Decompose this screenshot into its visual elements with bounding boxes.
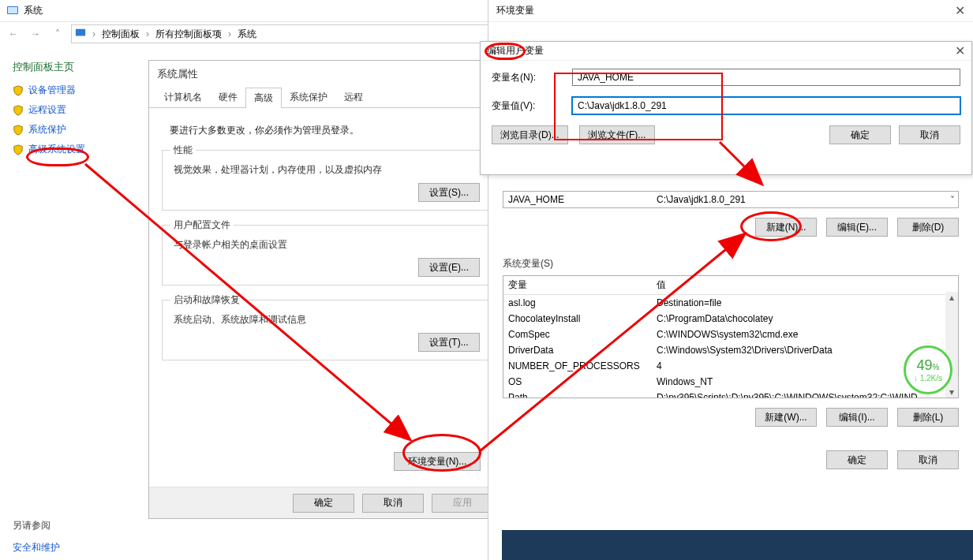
env-ok-button[interactable]: 确定 (826, 450, 888, 469)
perf-desc: 视觉效果，处理器计划，内存使用，以及虚拟内存 (174, 163, 477, 177)
speed-widget: 49% ↓ 1.2K/s (904, 345, 952, 394)
var-name-label: 变量名(N): (492, 71, 563, 84)
taskbar-stub (502, 530, 973, 560)
var-value-input[interactable] (572, 97, 960, 114)
tabs: 计算机名 硬件 高级 系统保护 远程 (149, 88, 501, 108)
monitor-icon (75, 28, 86, 41)
sysprop-ok-button[interactable]: 确定 (293, 494, 354, 513)
tab-computer-name[interactable]: 计算机名 (155, 87, 211, 107)
browse-file-button[interactable]: 浏览文件(F)... (579, 125, 655, 144)
tab-remote[interactable]: 远程 (335, 87, 372, 107)
edit-close-icon[interactable]: ✕ (955, 43, 965, 58)
crumb-cp[interactable]: 控制面板 (99, 28, 143, 41)
see-also-label: 另请参阅 (13, 519, 51, 532)
sys-var-name: Path (503, 390, 652, 398)
col-variable[interactable]: 变量 (503, 276, 652, 294)
startup-settings-button[interactable]: 设置(T)... (418, 333, 480, 352)
tab-sysprotect[interactable]: 系统保护 (281, 87, 336, 107)
window-title: 系统 (24, 4, 43, 17)
sys-var-value: C:\ProgramData\chocolatey (652, 311, 958, 327)
profile-settings-button[interactable]: 设置(E)... (418, 258, 480, 277)
sidebar-item-remote[interactable]: 远程设置 (13, 100, 129, 120)
svg-rect-2 (76, 28, 85, 35)
chevron-down-icon[interactable]: ˅ (950, 195, 955, 206)
shield-icon (13, 125, 24, 136)
browse-dir-button[interactable]: 浏览目录(D)... (492, 125, 568, 144)
sysprop-apply-button[interactable]: 应用 (432, 494, 493, 513)
table-row[interactable]: NUMBER_OF_PROCESSORS4 (503, 358, 958, 374)
env-title: 环境变量 (496, 4, 534, 17)
env-cancel-button[interactable]: 取消 (897, 450, 959, 469)
tab-hardware[interactable]: 硬件 (210, 87, 246, 107)
sys-var-name: ChocolateyInstall (503, 311, 652, 327)
col-value[interactable]: 值 (652, 276, 958, 294)
sys-var-value: D:\py395\Scripts\;D:\py395\;C:\WINDOWS\s… (652, 390, 958, 398)
tab-advanced[interactable]: 高级 (245, 88, 282, 108)
security-maint-link[interactable]: 安全和维护 (13, 541, 60, 554)
sidebar: 控制面板主页 设备管理器 远程设置 系统保护 高级系统设置 另请参阅 安全和维护 (0, 47, 142, 166)
profile-group-title: 用户配置文件 (170, 218, 234, 232)
up-arrow-icon[interactable]: ˄ (49, 25, 66, 43)
table-row[interactable]: asl.logDestination=file (503, 295, 958, 311)
sys-new-button[interactable]: 新建(W)... (755, 408, 817, 427)
sys-var-name: DriverData (503, 342, 652, 358)
var-value-label: 变量值(V): (492, 99, 563, 113)
sys-edit-button[interactable]: 编辑(I)... (826, 408, 888, 427)
fwd-arrow-icon[interactable]: → (27, 25, 44, 43)
table-row[interactable]: OSWindows_NT (503, 374, 958, 390)
shield-icon (13, 85, 24, 96)
table-row[interactable]: ComSpecC:\WINDOWS\system32\cmd.exe (503, 327, 958, 342)
sysprop-cancel-button[interactable]: 取消 (362, 494, 424, 513)
user-delete-button[interactable]: 删除(D) (897, 218, 959, 237)
sidebar-item-device-mgr[interactable]: 设备管理器 (13, 80, 129, 100)
sidebar-item-advanced[interactable]: 高级系统设置 (13, 140, 129, 159)
shield-icon (13, 105, 24, 116)
startup-desc: 系统启动、系统故障和调试信息 (174, 313, 477, 327)
var-name-input[interactable] (572, 69, 960, 86)
user-var-value: C:\Java\jdk1.8.0_291 (657, 194, 746, 205)
sidebar-header[interactable]: 控制面板主页 (13, 54, 129, 80)
perf-settings-button[interactable]: 设置(S)... (418, 183, 480, 202)
sys-delete-button[interactable]: 删除(L) (897, 408, 959, 427)
crumb-all[interactable]: 所有控制面板项 (152, 28, 225, 41)
sidebar-label: 设备管理器 (28, 84, 76, 97)
svg-rect-1 (8, 7, 17, 13)
user-new-button[interactable]: 新建(N)... (755, 218, 817, 237)
sys-var-name: ComSpec (503, 327, 652, 342)
user-var-name: JAVA_HOME (508, 194, 657, 205)
speed-rate: 1.2K/s (920, 374, 942, 383)
perf-group-title: 性能 (170, 144, 196, 157)
system-properties-dialog: 系统属性 计算机名 硬件 高级 系统保护 远程 要进行大多数更改，你必须作为管理… (148, 60, 502, 519)
table-row[interactable]: PathD:\py395\Scripts\;D:\py395\;C:\WINDO… (503, 390, 958, 398)
edit-cancel-button[interactable]: 取消 (899, 125, 960, 144)
edit-ok-button[interactable]: 确定 (829, 125, 891, 144)
sys-var-name: NUMBER_OF_PROCESSORS (503, 358, 652, 374)
user-var-row[interactable]: JAVA_HOME C:\Java\jdk1.8.0_291 ˅ (503, 191, 959, 208)
edit-user-var-dialog: 编辑用户变量 ✕ 变量名(N): 变量值(V): 浏览目录(D)... 浏览文件… (480, 41, 972, 175)
sidebar-label: 高级系统设置 (28, 143, 85, 156)
sysprop-title: 系统属性 (149, 61, 501, 88)
sidebar-label: 系统保护 (28, 123, 66, 136)
back-arrow-icon[interactable]: ← (5, 25, 22, 43)
crumb-system[interactable]: 系统 (234, 28, 260, 41)
env-close-icon[interactable]: ✕ (955, 3, 965, 18)
table-row[interactable]: ChocolateyInstallC:\ProgramData\chocolat… (503, 311, 958, 327)
sys-vars-list[interactable]: 变量 值 asl.logDestination=fileChocolateyIn… (503, 275, 959, 398)
speed-pct: 49 (917, 357, 933, 373)
edit-title: 编辑用户变量 (487, 44, 544, 58)
sys-var-value: C:\WINDOWS\system32\cmd.exe (652, 327, 958, 342)
admin-message: 要进行大多数更改，你必须作为管理员登录。 (170, 124, 488, 137)
sidebar-item-sysprot[interactable]: 系统保护 (13, 120, 129, 140)
sys-var-value: Destination=file (652, 295, 958, 311)
sys-vars-label: 系统变量(S) (503, 257, 959, 271)
system-icon (6, 5, 19, 17)
env-vars-button[interactable]: 环境变量(N)... (394, 452, 481, 471)
sidebar-label: 远程设置 (28, 103, 66, 117)
profile-desc: 与登录帐户相关的桌面设置 (174, 238, 477, 252)
startup-group-title: 启动和故障恢复 (170, 293, 243, 307)
sys-var-name: OS (503, 374, 652, 390)
user-edit-button[interactable]: 编辑(E)... (826, 218, 888, 237)
sys-var-name: asl.log (503, 295, 652, 311)
shield-icon (13, 144, 24, 155)
table-row[interactable]: DriverDataC:\Windows\System32\Drivers\Dr… (503, 342, 958, 358)
